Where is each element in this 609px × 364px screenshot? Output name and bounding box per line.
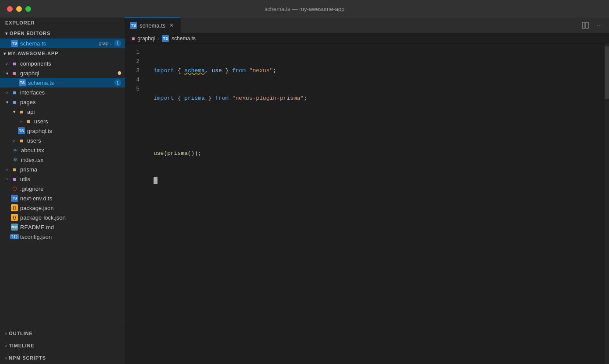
code-editor[interactable]: 1 2 3 4 5 import { schema, use } from "n… xyxy=(125,44,609,364)
line-num-4: 4 xyxy=(125,75,140,84)
line-num-3: 3 xyxy=(125,66,140,75)
file-package-json[interactable]: {} package.json xyxy=(0,203,125,213)
split-icon xyxy=(582,22,589,29)
tab-ts-icon: TS xyxy=(130,22,137,29)
timeline-chevron: › xyxy=(5,343,7,348)
utils-label: utils xyxy=(20,176,125,182)
sidebar-bottom: › OUTLINE › TIMELINE › NPM SCRIPTS xyxy=(0,327,125,364)
utils-chevron: › xyxy=(4,177,10,182)
project-header[interactable]: ▾ MY-AWESOME-APP xyxy=(0,48,125,59)
graphql-label: graphql xyxy=(20,70,118,77)
prisma-chevron: › xyxy=(4,167,10,172)
minimap-slider[interactable] xyxy=(605,46,609,99)
pages-folder-icon: ■ xyxy=(10,98,18,106)
text-cursor xyxy=(154,177,158,184)
more-actions-button[interactable]: ··· xyxy=(593,19,606,32)
folder-pages-users[interactable]: › ■ users xyxy=(0,136,125,145)
folder-prisma[interactable]: › ■ prisma xyxy=(0,164,125,174)
file-tsconfig[interactable]: T{} tsconfig.json xyxy=(0,232,125,242)
minimize-button[interactable] xyxy=(16,6,22,12)
code-content[interactable]: import { schema, use } from "nexus"; imp… xyxy=(147,44,605,364)
interfaces-folder-icon: ■ xyxy=(10,88,18,96)
line-num-5: 5 xyxy=(125,84,140,94)
api-label: api xyxy=(27,108,125,115)
file-readme[interactable]: MD README.md xyxy=(0,222,125,232)
svg-rect-1 xyxy=(586,22,588,28)
package-json-icon: {} xyxy=(10,204,18,212)
sidebar: EXPLORER ▾ OPEN EDITORS TS schema.ts gra… xyxy=(0,18,125,364)
file-about-tsx[interactable]: ⚛ about.tsx xyxy=(0,145,125,155)
line-numbers: 1 2 3 4 5 xyxy=(125,44,147,364)
outline-chevron: › xyxy=(5,331,7,336)
code-line-5 xyxy=(147,176,605,186)
pages-chevron: ▾ xyxy=(4,100,10,105)
tab-close-button[interactable]: ✕ xyxy=(168,22,175,29)
timeline-panel[interactable]: › TIMELINE xyxy=(0,340,125,352)
close-button[interactable] xyxy=(7,6,13,12)
prisma-label: prisma xyxy=(20,166,125,173)
file-graphql-ts[interactable]: TS graphql.ts xyxy=(0,126,125,136)
folder-interfaces[interactable]: › ■ interfaces xyxy=(0,88,125,97)
index-tsx-label: index.tsx xyxy=(21,157,125,163)
ellipsis-icon: ··· xyxy=(597,22,602,29)
tsconfig-label: tsconfig.json xyxy=(20,234,125,240)
line-num-2: 2 xyxy=(125,57,140,66)
file-gitignore[interactable]: ⬡ .gitignore xyxy=(0,184,125,193)
folder-api[interactable]: ▾ ■ api xyxy=(0,107,125,116)
tsconfig-icon: T{} xyxy=(10,233,18,241)
prisma-folder-icon: ■ xyxy=(10,165,18,173)
project-chevron: ▾ xyxy=(4,51,6,56)
file-index-tsx[interactable]: ⚛ index.tsx xyxy=(0,155,125,164)
npm-scripts-panel[interactable]: › NPM SCRIPTS xyxy=(0,352,125,364)
package-lock-icon: {} xyxy=(10,214,18,221)
split-editor-button[interactable] xyxy=(579,19,592,32)
folder-graphql[interactable]: ▾ ■ graphql xyxy=(0,68,125,78)
readme-icon: MD xyxy=(10,223,18,231)
tab-schema-ts[interactable]: TS schema.ts ✕ xyxy=(125,18,181,33)
code-line-1: import { schema, use } from "nexus"; xyxy=(147,66,605,75)
package-lock-label: package-lock.json xyxy=(20,214,125,221)
tab-actions: ··· xyxy=(576,19,609,32)
pages-users-label: users xyxy=(27,137,125,144)
api-chevron: ▾ xyxy=(10,109,18,114)
open-editors-header[interactable]: ▾ OPEN EDITORS xyxy=(0,28,125,38)
breadcrumb-file: schema.ts xyxy=(172,35,196,42)
graphql-folder-icon: ■ xyxy=(10,69,18,77)
folder-utils[interactable]: › ■ utils xyxy=(0,174,125,184)
open-file-path: grap... xyxy=(99,41,112,46)
folder-components[interactable]: › ■ components xyxy=(0,59,125,68)
file-package-lock-json[interactable]: {} package-lock.json xyxy=(0,213,125,222)
utils-folder-icon: ■ xyxy=(10,175,18,183)
next-env-icon: TS xyxy=(10,194,18,202)
components-chevron: › xyxy=(4,61,10,66)
outline-panel[interactable]: › OUTLINE xyxy=(0,327,125,340)
open-editors-label: OPEN EDITORS xyxy=(10,31,50,36)
project-name: MY-AWESOME-APP xyxy=(8,51,59,56)
api-users-folder-icon: ■ xyxy=(24,117,32,125)
breadcrumb-separator: › xyxy=(158,35,159,42)
graphql-modified-dot xyxy=(118,71,121,75)
interfaces-label: interfaces xyxy=(20,89,125,96)
open-file-schema[interactable]: TS schema.ts grap... 1 xyxy=(0,38,125,48)
package-json-label: package.json xyxy=(20,205,125,211)
explorer-header[interactable]: EXPLORER xyxy=(0,18,125,28)
index-tsx-icon: ⚛ xyxy=(11,156,19,164)
open-editors-chevron: ▾ xyxy=(5,31,8,36)
maximize-button[interactable] xyxy=(25,6,31,12)
api-folder-icon: ■ xyxy=(18,108,25,116)
tab-bar: TS schema.ts ✕ ··· xyxy=(125,18,609,33)
npm-scripts-label: NPM SCRIPTS xyxy=(9,355,46,360)
ts-file-icon: TS xyxy=(10,39,18,47)
file-schema-ts[interactable]: TS schema.ts 1 xyxy=(0,78,125,88)
breadcrumb-folder: graphql xyxy=(137,35,155,42)
gitignore-label: .gitignore xyxy=(20,186,125,192)
folder-pages[interactable]: ▾ ■ pages xyxy=(0,97,125,107)
folder-api-users[interactable]: › ■ users xyxy=(0,116,125,126)
npm-chevron: › xyxy=(5,356,7,360)
breadcrumb: ■ graphql › TS schema.ts xyxy=(125,33,609,44)
traffic-lights xyxy=(7,6,31,12)
file-next-env[interactable]: TS next-env.d.ts xyxy=(0,193,125,203)
next-env-label: next-env.d.ts xyxy=(20,195,125,202)
scrollbar-minimap[interactable] xyxy=(605,44,609,364)
editor-area: TS schema.ts ✕ ··· ■ graphql xyxy=(125,18,609,364)
